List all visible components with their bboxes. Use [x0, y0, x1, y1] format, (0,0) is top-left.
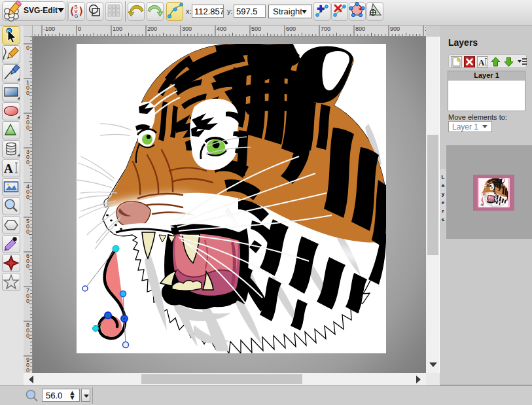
svg-text:0: 0 — [26, 90, 29, 96]
svg-text:⟨: ⟨ — [70, 5, 74, 16]
svg-text:G: G — [75, 13, 79, 19]
svg-text:0: 0 — [26, 194, 29, 200]
svg-text:400: 400 — [217, 26, 226, 32]
svg-text:A: A — [478, 58, 485, 67]
svg-text:0: 0 — [26, 332, 29, 339]
svg-text:0: 0 — [78, 26, 81, 32]
svg-text:-100: -100 — [43, 26, 55, 32]
svg-text:500: 500 — [251, 26, 261, 32]
svg-text:300: 300 — [182, 26, 192, 32]
svg-text:1000: 1000 — [425, 26, 426, 32]
svg-text:0: 0 — [26, 367, 29, 373]
svg-text:0: 0 — [26, 228, 29, 235]
svg-text:0: 0 — [26, 298, 29, 304]
svg-text:0: 0 — [26, 124, 29, 131]
svg-text:0: 0 — [26, 263, 29, 270]
svg-text:600: 600 — [286, 26, 296, 32]
svg-text:⟩: ⟩ — [79, 5, 83, 16]
svg-text:A: A — [4, 162, 13, 175]
svg-text:800: 800 — [355, 26, 365, 32]
svg-text:100: 100 — [113, 26, 122, 32]
svg-text:0: 0 — [26, 44, 29, 51]
svg-text:200: 200 — [147, 26, 157, 32]
svg-text:700: 700 — [321, 26, 330, 32]
svg-text:900: 900 — [390, 26, 400, 32]
svg-text:0: 0 — [26, 159, 29, 166]
